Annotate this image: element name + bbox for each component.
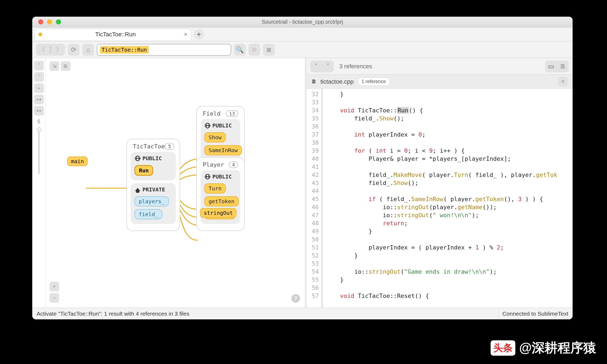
field-field[interactable]: field_ [134, 209, 162, 219]
ref-next-button[interactable]: ˅ [322, 60, 334, 72]
status-bar: Activate "TicTacToe::Run": 1 result with… [32, 308, 573, 319]
globe-icon [205, 123, 210, 128]
section-public: PUBLIC [142, 155, 162, 162]
method-gettoken[interactable]: getToken [204, 196, 239, 206]
class-name: TicTacToe [133, 143, 165, 150]
bookmark-button[interactable]: ☆ [248, 44, 260, 56]
search-value: TicTacToe::Run [100, 46, 149, 53]
share-icon[interactable]: ⊷ [34, 106, 44, 116]
watermark: 头条 @深耕程序猿 [491, 339, 596, 356]
class-name: Player [203, 161, 224, 168]
help-button[interactable]: ? [291, 294, 300, 303]
close-window-button[interactable] [38, 19, 43, 24]
edit-path-icon[interactable]: ⌁ [34, 83, 44, 93]
file-icon[interactable]: 🗎 [61, 61, 70, 71]
status-connection: Connected to SublimeText [502, 311, 568, 317]
zoom-in-button[interactable]: + [49, 282, 59, 291]
func-stringout[interactable]: stringOut [200, 208, 237, 218]
member-count: 13 [226, 110, 238, 117]
zoom-window-button[interactable] [56, 19, 61, 24]
expand-icon[interactable]: ˅ [34, 72, 44, 82]
globe-icon [205, 174, 210, 179]
method-show[interactable]: Show [204, 132, 226, 142]
field-players[interactable]: players_ [134, 196, 169, 206]
window-title: Sourcetrail - tictactoe_cpp.srctrlprj [32, 19, 573, 25]
watermark-text: @深耕程序猿 [519, 339, 596, 356]
status-message: Activate "TicTacToe::Run": 1 result with… [37, 311, 190, 317]
nav-forward-button[interactable]: 〉 [53, 44, 65, 56]
node-main[interactable]: main [67, 156, 88, 166]
section-public: PUBLIC [212, 122, 232, 129]
line-gutter: 32 33 34 35 36 37 38 39 40 41 42 43 44 4… [306, 89, 323, 308]
bookmarks-list-button[interactable]: ≣ [263, 44, 275, 56]
graph-panel: ˄ ˅ ⌁ ⊶ ⊷ 5 ⇲ 🗎 + − ? [32, 58, 306, 308]
code-panel: ˄ ˅ 3 references ▭ 🗎 🗎 tictactoe.cpp 1 r… [306, 58, 573, 308]
ref-prev-button[interactable]: ˄ [310, 60, 322, 72]
app-window: Sourcetrail - tictactoe_cpp.srctrlprj Ti… [32, 17, 573, 319]
file-name: tictactoe.cpp [320, 78, 354, 85]
add-tab-button[interactable]: + [194, 30, 204, 39]
tab-active[interactable]: TicTacToe::Run × [34, 29, 191, 40]
references-count: 3 references [339, 63, 372, 70]
tab-indicator-icon [38, 33, 42, 36]
graph-canvas[interactable]: ⇲ 🗎 + − ? [46, 58, 305, 308]
search-input[interactable]: TicTacToe::Run [97, 44, 231, 56]
method-run[interactable]: Run [134, 165, 153, 176]
class-tictactoe[interactable]: TicTacToe5 PUBLIC Run PRIVATE players_ f… [126, 139, 180, 231]
globe-icon [135, 156, 140, 161]
collapse-icon[interactable]: ˄ [34, 61, 44, 70]
file-header: 🗎 tictactoe.cpp 1 reference ≡ [306, 75, 573, 89]
code-lines: } void TicTacToe::Run() { field_.Show();… [323, 89, 573, 308]
member-count: 5 [165, 143, 174, 150]
class-name: Field [203, 110, 220, 117]
tabbar: TicTacToe::Run × + [32, 27, 573, 41]
method-turn[interactable]: Turn [204, 183, 226, 194]
file-icon: 🗎 [311, 78, 317, 85]
zoom-level: 5 [37, 119, 40, 124]
file-references[interactable]: 1 reference [358, 77, 390, 86]
nav-back-button[interactable]: 〈 [36, 44, 48, 56]
nav-history-button[interactable]: ⋮ [48, 44, 53, 56]
titlebar: Sourcetrail - tictactoe_cpp.srctrlprj [32, 17, 573, 27]
member-count: 4 [229, 161, 238, 168]
home-button[interactable]: ⌂ [82, 44, 94, 56]
graph-sidebar: ˄ ˅ ⌁ ⊶ ⊷ 5 [32, 58, 46, 308]
tree-icon[interactable]: ⊶ [34, 95, 44, 104]
minimize-window-button[interactable] [47, 19, 52, 24]
code-toolbar: ˄ ˅ 3 references ▭ 🗎 [306, 58, 573, 75]
class-player[interactable]: Player4 PUBLIC Turn getToken getName [196, 157, 245, 231]
house-icon [135, 188, 140, 191]
tab-close-button[interactable]: × [184, 31, 187, 38]
fit-icon[interactable]: ⇲ [49, 61, 59, 71]
section-public: PUBLIC [212, 173, 232, 180]
view-snippet-button[interactable]: ▭ [545, 60, 557, 72]
view-file-button[interactable]: 🗎 [557, 60, 569, 72]
toolbar: 〈 ⋮ 〉 ⟳ ⌂ TicTacToe::Run 🔍 ☆ ≣ [32, 41, 573, 58]
tab-label: TicTacToe::Run [47, 31, 184, 38]
search-button[interactable]: 🔍 [234, 44, 246, 56]
watermark-logo: 头条 [491, 340, 515, 356]
zoom-out-button[interactable]: − [49, 293, 59, 303]
method-sameinrow[interactable]: SameInRow [204, 145, 242, 155]
code-view[interactable]: 32 33 34 35 36 37 38 39 40 41 42 43 44 4… [306, 89, 573, 308]
section-private: PRIVATE [142, 186, 165, 193]
zoom-slider[interactable] [38, 128, 40, 174]
refresh-button[interactable]: ⟳ [68, 44, 80, 56]
file-menu-button[interactable]: ≡ [558, 77, 568, 87]
